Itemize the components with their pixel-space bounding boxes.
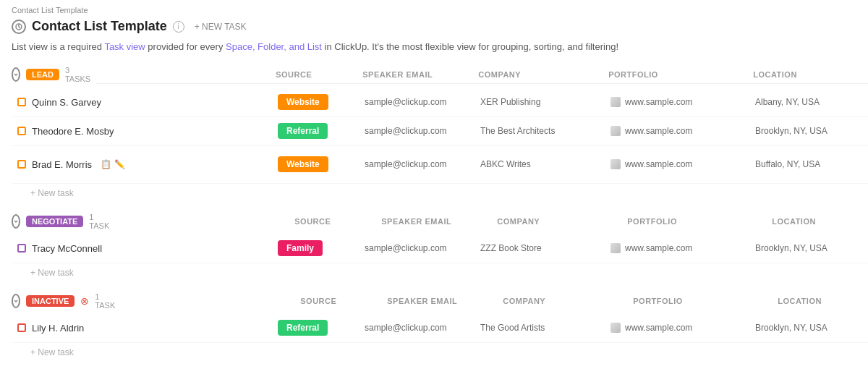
page-title: Contact List Template — [32, 19, 167, 34]
col-email-i: SPEAKER EMAIL — [381, 294, 497, 308]
col-source-n: SOURCE — [289, 214, 375, 229]
conversation-cell: 📄 — [865, 237, 868, 260]
task-name-cell: Quinn S. Garvey — [12, 91, 272, 114]
inactive-new-task[interactable]: + New task — [0, 343, 868, 363]
company-cell: The Best Architects — [475, 122, 605, 140]
portfolio-cell: www.sample.com — [605, 239, 749, 258]
inactive-badge: INACTIVE — [26, 295, 75, 307]
task-name-cell: Lily H. Aldrin — [12, 317, 272, 339]
lead-badge: LEAD — [26, 69, 59, 80]
source-cell: Website — [272, 90, 359, 114]
col-location-i: LOCATION — [772, 294, 868, 308]
task-name[interactable]: Tracy McConnell — [32, 243, 102, 254]
subtitle: List view is a required Task view provid… — [0, 37, 868, 60]
group-lead-header: LEAD 3 TASKS SOURCE SPEAKER EMAIL COMPAN… — [0, 60, 868, 88]
page-icon — [12, 20, 26, 34]
new-task-header-button[interactable]: + NEW TASK — [190, 20, 251, 33]
company-cell: ABKC Writes — [475, 155, 605, 174]
task-name[interactable]: Quinn S. Garvey — [32, 97, 101, 108]
col-company-i: COMPANY — [497, 294, 627, 308]
table-row: Theodore E. Mosby Referral sample@clicku… — [12, 117, 868, 146]
conversation-cell: 📄 — [865, 120, 868, 143]
col-email-n: SPEAKER EMAIL — [375, 214, 491, 229]
task-checkbox[interactable] — [17, 323, 26, 332]
lead-new-task[interactable]: + New task — [0, 184, 868, 204]
col-conversation: CONVERSATION STAR... — [863, 67, 868, 82]
conversation-cell: 📄 — [865, 91, 868, 114]
group-negotiate: NEGOTIATE 1 TASK SOURCE SPEAKER EMAIL CO… — [0, 207, 868, 284]
negotiate-task-count: 1 TASK — [89, 213, 109, 230]
inactive-warning-icon: ⊗ — [80, 295, 89, 307]
space-folder-list-link[interactable]: Space, Folder, and List — [226, 41, 322, 52]
task-name[interactable]: Theodore E. Mosby — [32, 126, 114, 137]
col-company: COMPANY — [472, 67, 603, 82]
email-cell: sample@clickup.com — [359, 239, 475, 258]
task-checkbox[interactable] — [17, 160, 26, 169]
email-cell: sample@clickup.com — [359, 122, 475, 140]
source-badge[interactable]: Website — [278, 94, 328, 110]
portfolio-icon — [610, 126, 621, 136]
portfolio-cell: www.sample.com — [605, 93, 749, 111]
task-name-icons: 📋 ✏️ — [101, 159, 125, 169]
edit-icon[interactable]: ✏️ — [114, 159, 125, 169]
task-name-cell: Brad E. Morris 📋 ✏️ — [12, 153, 272, 176]
copy-icon[interactable]: 📋 — [101, 159, 111, 169]
email-cell: sample@clickup.com — [359, 93, 475, 111]
source-cell: Referral — [272, 119, 359, 143]
col-portfolio: PORTFOLIO — [603, 67, 747, 82]
source-cell: Website — [272, 152, 359, 177]
portfolio-icon — [610, 159, 621, 169]
portfolio-cell: www.sample.com — [605, 318, 749, 337]
source-badge[interactable]: Referral — [278, 123, 328, 139]
lead-collapse-btn[interactable] — [12, 67, 20, 82]
email-cell: sample@clickup.com — [359, 155, 475, 174]
table-container: LEAD 3 TASKS SOURCE SPEAKER EMAIL COMPAN… — [0, 60, 868, 370]
portfolio-cell: www.sample.com — [605, 155, 749, 174]
table-row: Brad E. Morris 📋 ✏️ Website sample@click… — [12, 146, 868, 184]
info-icon[interactable]: i — [173, 21, 184, 33]
group-lead: LEAD 3 TASKS SOURCE SPEAKER EMAIL COMPAN… — [0, 60, 868, 204]
task-name[interactable]: Brad E. Morris — [32, 159, 92, 170]
portfolio-icon — [610, 97, 621, 107]
group-inactive-header: INACTIVE ⊗ 1 TASK SOURCE SPEAKER EMAIL C… — [0, 287, 868, 314]
task-name-cell: Theodore E. Mosby — [12, 120, 272, 143]
task-checkbox[interactable] — [17, 127, 26, 135]
negotiate-new-task[interactable]: + New task — [0, 263, 868, 284]
location-cell: Brooklyn, NY, USA — [749, 318, 865, 337]
svg-line-2 — [19, 27, 20, 28]
email-cell: sample@clickup.com — [359, 318, 475, 337]
location-cell: Albany, NY, USA — [749, 93, 865, 111]
col-company-n: COMPANY — [491, 214, 621, 229]
conversation-cell: 📄 — [865, 317, 868, 339]
inactive-task-count: 1 TASK — [95, 292, 115, 310]
table-row: Quinn S. Garvey Website sample@clickup.c… — [12, 88, 868, 117]
portfolio-icon — [610, 323, 621, 333]
page-header: Contact List Template i + NEW TASK — [0, 14, 868, 37]
location-cell: Brooklyn, NY, USA — [749, 122, 865, 140]
col-source: SOURCE — [270, 67, 357, 82]
col-source-i: SOURCE — [294, 294, 381, 308]
task-checkbox[interactable] — [17, 98, 26, 106]
task-view-link[interactable]: Task view — [104, 41, 145, 52]
task-checkbox[interactable] — [17, 244, 26, 253]
col-location-n: LOCATION — [766, 214, 868, 229]
location-cell: Buffalo, NY, USA — [749, 155, 865, 174]
source-badge[interactable]: Family — [278, 240, 323, 256]
company-cell: ZZZ Book Store — [475, 239, 605, 258]
task-name[interactable]: Lily H. Aldrin — [32, 323, 84, 334]
lead-task-count: 3 TASKS — [65, 66, 90, 83]
negotiate-collapse-btn[interactable] — [12, 214, 20, 229]
table-row: Tracy McConnell Family sample@clickup.co… — [12, 234, 868, 263]
group-inactive: INACTIVE ⊗ 1 TASK SOURCE SPEAKER EMAIL C… — [0, 287, 868, 363]
table-row: Lily H. Aldrin Referral sample@clickup.c… — [12, 314, 868, 343]
group-negotiate-header: NEGOTIATE 1 TASK SOURCE SPEAKER EMAIL CO… — [0, 207, 868, 234]
col-email: SPEAKER EMAIL — [357, 67, 472, 82]
negotiate-badge: NEGOTIATE — [26, 216, 83, 227]
source-cell: Family — [272, 236, 359, 260]
source-badge[interactable]: Website — [278, 156, 328, 172]
inactive-collapse-btn[interactable] — [12, 294, 20, 308]
portfolio-cell: www.sample.com — [605, 122, 749, 140]
source-badge[interactable]: Referral — [278, 320, 328, 336]
conversation-cell: 📄 ht... al... 4... — [865, 146, 868, 183]
company-cell: XER Publishing — [475, 93, 605, 111]
